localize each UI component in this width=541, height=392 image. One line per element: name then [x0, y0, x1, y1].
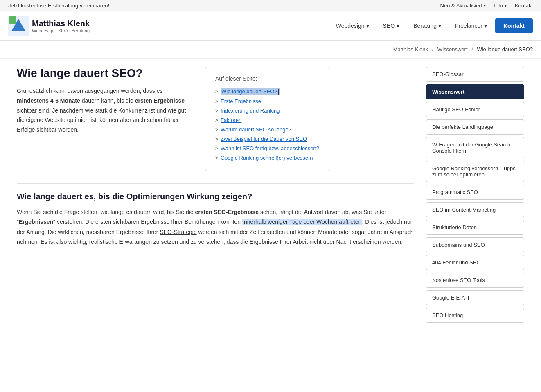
top-bar-text-before: Jetzt	[8, 2, 21, 9]
arrow-icon: >	[215, 146, 218, 151]
toc-item: > Wann ist SEO fertig bzw. abgeschlossen…	[215, 144, 319, 153]
main-layout: Wie lange dauert SEO? Grundsätzlich kann…	[9, 59, 532, 333]
sidebar-item-strukturierte-daten[interactable]: Strukturierte Daten	[426, 220, 524, 235]
nav-seo[interactable]: SEO ▾	[377, 19, 406, 32]
sidebar-item-wissenswert[interactable]: Wissenswert	[426, 84, 524, 99]
logo-area[interactable]: Matthias Klenk Webdesign · SEO · Beratun…	[8, 16, 90, 36]
topnav-kontakt-label: Kontakt	[515, 2, 533, 9]
toc-item: > Warum dauert SEO so lange?	[215, 125, 319, 134]
top-bar-left: Jetzt kostenlose Erstberatung vereinbare…	[8, 2, 109, 9]
arrow-icon: >	[215, 117, 218, 123]
toc-link[interactable]: Zwei Beispiel für die Dauer von SEO	[221, 136, 307, 142]
chevron-down-icon: ▾	[366, 23, 369, 29]
arrow-icon: >	[215, 99, 218, 104]
nav-beratung-label: Beratung	[413, 23, 437, 29]
arrow-icon: >	[215, 155, 218, 161]
toc-item: > Zwei Beispiel für die Dauer von SEO	[215, 134, 319, 144]
main-nav: Webdesign ▾ SEO ▾ Beratung ▾ Freelancer …	[330, 18, 533, 33]
arrow-icon: >	[215, 127, 218, 133]
sidebar-item-label: SEO im Content-Marketing	[432, 207, 496, 213]
breadcrumb-current: Wie lange dauert SEO?	[477, 46, 533, 52]
erstberatung-link[interactable]: kostenlose Erstberatung	[21, 2, 78, 9]
toc-link[interactable]: Google Ranking schnell(er) verbessern	[221, 155, 313, 161]
breadcrumb-home[interactable]: Matthias Klenk	[393, 46, 428, 52]
toc-link[interactable]: Wie lange dauert SEO?	[221, 88, 280, 95]
logo-name: Matthias Klenk	[32, 18, 90, 28]
intro-bold-months: mindestens 4-6 Monate	[17, 97, 80, 104]
svg-rect-2	[9, 16, 16, 24]
toc-item: > Indexierung und Ranking	[215, 106, 319, 115]
sidebar-item-label: W-Fragen mit der Google Search Console f…	[432, 142, 510, 154]
toc-box: Auf dieser Seite: > Wie lange dauert SEO…	[205, 67, 329, 171]
toc-title: Auf dieser Seite:	[215, 75, 319, 82]
topnav-kontakt[interactable]: Kontakt	[515, 2, 533, 9]
intro-text-block: Wie lange dauert SEO? Grundsätzlich kann…	[17, 67, 189, 135]
nav-freelancer-label: Freelancer	[455, 23, 482, 29]
toc-link[interactable]: Warum dauert SEO so lange?	[221, 126, 291, 133]
sidebar-item-label: Kostenlose SEO Tools	[432, 277, 485, 283]
content-area: Wie lange dauert SEO? Grundsätzlich kann…	[17, 67, 414, 325]
nav-seo-label: SEO	[383, 23, 395, 29]
intro-bold-results: ersten Ergebnisse	[135, 97, 185, 104]
highlight-days: innerhalb weniger Tage oder Wochen auftr…	[242, 219, 362, 225]
toc-item: > Wie lange dauert SEO?	[215, 87, 319, 97]
bold-first-results: ersten SEO-Ergebnisse	[195, 209, 259, 215]
sidebar-item-label: Google E-E-A-T	[432, 295, 470, 301]
toc-link[interactable]: Erste Ergebnisse	[221, 98, 261, 104]
arrow-icon: >	[215, 136, 218, 142]
sidebar-item-label: Häufige SEO-Fehler	[432, 106, 480, 113]
nav-webdesign[interactable]: Webdesign ▾	[330, 19, 375, 32]
sidebar-item-landingpage[interactable]: Die perfekte Landingpage	[426, 119, 524, 135]
top-bar-right: Neu & Aktualisiert ▾ Info ▾ Kontakt	[440, 2, 533, 9]
header-kontakt-button[interactable]: Kontakt	[495, 18, 533, 33]
top-bar-text-after: vereinbaren!	[78, 2, 109, 9]
intro-paragraph: Grundsätzlich kann davon ausgegangen wer…	[17, 86, 189, 135]
breadcrumb-sep1: /	[432, 46, 434, 52]
toc-item: > Faktoren	[215, 115, 319, 125]
sidebar-item-subdomains[interactable]: Subdomains und SEO	[426, 237, 524, 252]
sidebar-item-eeat[interactable]: Google E-E-A-T	[426, 290, 524, 305]
logo-icon	[8, 16, 29, 36]
sidebar-item-404-fehler[interactable]: 404 Fehler und SEO	[426, 255, 524, 270]
sidebar-item-programmatic-seo[interactable]: Programmatic SEO	[426, 185, 524, 200]
nav-beratung[interactable]: Beratung ▾	[408, 19, 447, 32]
header: Matthias Klenk Webdesign · SEO · Beratun…	[0, 11, 541, 41]
breadcrumb: Matthias Klenk / Wissenswert / Wie lange…	[0, 41, 541, 59]
seo-strategie-link[interactable]: SEO-Strategie	[160, 229, 196, 235]
nav-freelancer[interactable]: Freelancer ▾	[449, 19, 493, 32]
sidebar-item-label: Die perfekte Landingpage	[432, 124, 493, 130]
sidebar-item-google-ranking[interactable]: Google Ranking verbessern - Tipps zum se…	[426, 161, 524, 182]
sidebar-item-seo-hosting[interactable]: SEO Hosting	[426, 308, 524, 323]
intro-text-end: sichtbar sind. Je nachdem wie stark die …	[17, 107, 186, 133]
topnav-info[interactable]: Info ▾	[494, 2, 507, 9]
chevron-down-icon: ▾	[438, 23, 441, 29]
sidebar-item-label: Strukturierte Daten	[432, 224, 477, 230]
intro-text-before: Grundsätzlich kann davon ausgegangen wer…	[17, 88, 162, 94]
bold-ergebnisse: Ergebnissen	[19, 219, 53, 225]
section2: Wie lange dauert es, bis die Optimierung…	[17, 192, 414, 247]
breadcrumb-wissenswert[interactable]: Wissenswert	[437, 46, 468, 52]
arrow-icon: >	[215, 89, 218, 95]
breadcrumb-sep2: /	[471, 46, 473, 52]
toc-item: > Google Ranking schnell(er) verbessern	[215, 153, 319, 162]
sidebar-item-label: 404 Fehler und SEO	[432, 259, 481, 266]
sidebar-item-content-marketing[interactable]: SEO im Content-Marketing	[426, 202, 524, 217]
sidebar-item-seo-glossar[interactable]: SEO-Glossar	[426, 67, 524, 82]
sidebar-item-label: Google Ranking verbessern - Tipps zum se…	[432, 165, 516, 178]
topnav-neu-label: Neu & Aktualisiert	[440, 2, 482, 9]
sidebar-item-w-fragen[interactable]: W-Fragen mit der Google Search Console f…	[426, 137, 524, 158]
chevron-down-icon: ▾	[505, 3, 507, 8]
sidebar-item-seo-tools[interactable]: Kostenlose SEO Tools	[426, 273, 524, 288]
toc-link[interactable]: Faktoren	[221, 117, 241, 123]
intro-text-mid: dauern kann, bis die	[80, 97, 135, 104]
chevron-down-icon: ▾	[484, 23, 487, 29]
arrow-icon: >	[215, 108, 218, 114]
toc-link[interactable]: Indexierung und Ranking	[221, 108, 280, 114]
section2-text: Wenn Sie sich die Frage stellen, wie lan…	[17, 207, 414, 247]
nav-webdesign-label: Webdesign	[336, 23, 365, 29]
toc-link[interactable]: Wann ist SEO fertig bzw. abgeschlossen?	[221, 145, 319, 151]
topnav-info-label: Info	[494, 2, 503, 9]
topnav-neu-aktualisiert[interactable]: Neu & Aktualisiert ▾	[440, 2, 486, 9]
sidebar-item-label: Programmatic SEO	[432, 189, 478, 195]
sidebar-item-haeufige-fehler[interactable]: Häufige SEO-Fehler	[426, 102, 524, 117]
